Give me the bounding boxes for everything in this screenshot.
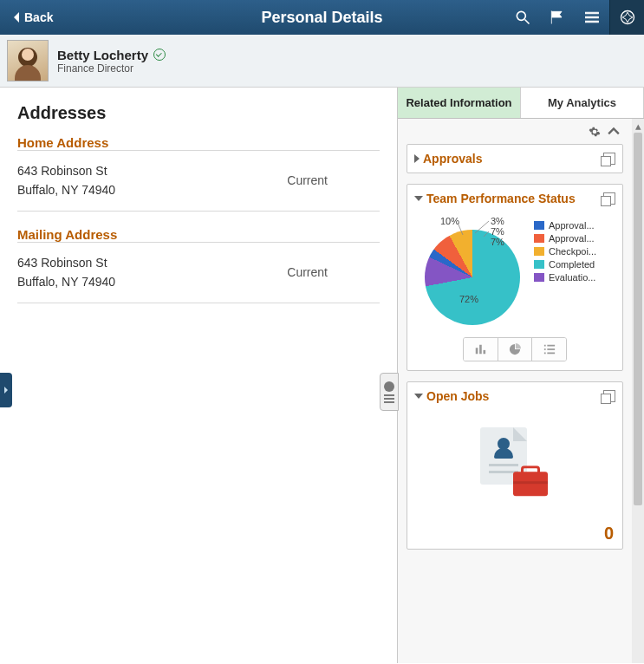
team-performance-panel: Team Performance Status 3% 7% 7% 72% 10% [407,184,623,371]
pie-leader-lines [416,218,529,330]
back-label: Back [24,10,53,24]
legend-item[interactable]: Evaluatio... [534,272,614,283]
popout-icon[interactable] [603,153,615,165]
related-content-toggle[interactable] [380,373,399,411]
scroll-thumb[interactable] [634,133,642,505]
svg-line-9 [458,223,463,235]
open-jobs-count: 0 [604,524,614,544]
legend-item[interactable]: Checkpoi... [534,246,614,257]
popout-icon[interactable] [603,192,615,205]
svg-rect-10 [476,348,478,354]
search-button[interactable] [505,0,540,35]
legend-item[interactable]: Completed [534,259,614,270]
svg-rect-12 [484,350,486,354]
svg-rect-16 [547,348,555,350]
legend-item[interactable]: Approval... [534,233,614,244]
hamburger-icon [583,9,601,26]
person-name: Betty Locherty [57,48,148,62]
svg-rect-11 [479,345,482,355]
mailing-address-line2: Buffalo, NY 74940 [17,272,287,291]
home-address-line1: 643 Robinson St [17,161,287,180]
svg-line-8 [491,242,492,244]
search-icon [514,9,531,26]
svg-point-0 [517,11,525,20]
svg-rect-15 [544,348,546,350]
mailing-address-heading[interactable]: Mailing Address [17,227,380,242]
chevron-right-icon [3,386,9,394]
svg-line-7 [484,231,489,237]
open-jobs-title: Open Jobs [426,389,600,403]
mailing-address-status: Current [287,265,380,279]
side-scrollbar[interactable]: ▴ [632,119,644,663]
svg-line-1 [525,20,530,24]
svg-rect-13 [544,345,546,347]
notifications-button[interactable] [540,0,575,35]
chart-mode-toolbar [463,337,567,361]
svg-rect-4 [586,21,599,23]
side-tabs: Related Information My Analytics [398,88,644,119]
legend-item[interactable]: Approval... [534,220,614,231]
navigator-button[interactable] [609,0,644,35]
collapse-side-button[interactable] [608,126,620,140]
open-jobs-header[interactable]: Open Jobs [407,382,622,410]
pie-chart-icon [509,343,521,355]
caret-down-icon [414,196,423,201]
chart-mode-list-button[interactable] [532,338,566,361]
main-content: Addresses Home Address 643 Robinson St B… [0,88,397,663]
presence-available-icon[interactable] [153,49,166,61]
team-performance-header[interactable]: Team Performance Status [407,185,622,212]
person-banner: Betty Locherty Finance Director [0,35,644,88]
team-performance-title: Team Performance Status [426,192,600,205]
approvals-panel: Approvals [407,144,623,173]
svg-rect-14 [547,345,555,347]
tab-my-analytics[interactable]: My Analytics [521,88,644,118]
menu-button[interactable] [575,0,609,35]
back-button[interactable]: Back [0,0,65,35]
home-address-status: Current [287,173,380,187]
avatar[interactable] [7,40,49,81]
popout-icon[interactable] [603,390,615,402]
team-performance-pie-chart[interactable]: 3% 7% 7% 72% 10% [416,218,529,330]
scroll-up-button[interactable]: ▴ [632,119,644,133]
home-address-row[interactable]: 643 Robinson St Buffalo, NY 74940 Curren… [17,150,380,212]
mailing-address-line1: 643 Robinson St [17,253,287,272]
related-info-panel: Related Information My Analytics Approva… [397,88,644,663]
chevron-left-icon [12,11,21,23]
tab-related-information[interactable]: Related Information [398,88,521,118]
open-jobs-panel: Open Jobs 0 [407,381,623,550]
caret-down-icon [414,394,423,399]
person-job-title: Finance Director [57,62,166,75]
home-address-heading[interactable]: Home Address [17,135,380,150]
lines-icon [384,398,394,400]
gear-icon [589,126,601,138]
circle-icon [384,381,394,392]
section-heading: Addresses [17,103,380,123]
caret-right-icon [414,154,420,163]
approvals-header[interactable]: Approvals [407,145,622,173]
pie-legend: Approval... Approval... Checkpoi... Comp… [534,218,614,285]
list-icon [543,343,556,355]
app-header: Back Personal Details [0,0,644,35]
chevron-up-icon [608,126,620,138]
compass-icon [619,9,636,26]
svg-rect-17 [544,353,546,355]
svg-rect-3 [586,16,599,18]
bar-chart-icon [474,343,486,355]
home-address-line2: Buffalo, NY 74940 [17,180,287,199]
briefcase-icon [513,472,548,496]
settings-button[interactable] [589,127,601,140]
open-jobs-body[interactable]: 0 [407,410,622,549]
approvals-title: Approvals [423,152,600,166]
chart-mode-pie-button[interactable] [498,338,533,361]
svg-rect-2 [586,12,599,14]
svg-line-6 [475,221,489,233]
expand-left-panel-button[interactable] [0,373,12,407]
svg-rect-18 [547,353,555,355]
mailing-address-row[interactable]: 643 Robinson St Buffalo, NY 74940 Curren… [17,242,380,303]
chart-mode-bar-button[interactable] [464,338,498,361]
header-actions [505,0,644,35]
flag-icon [549,9,566,26]
